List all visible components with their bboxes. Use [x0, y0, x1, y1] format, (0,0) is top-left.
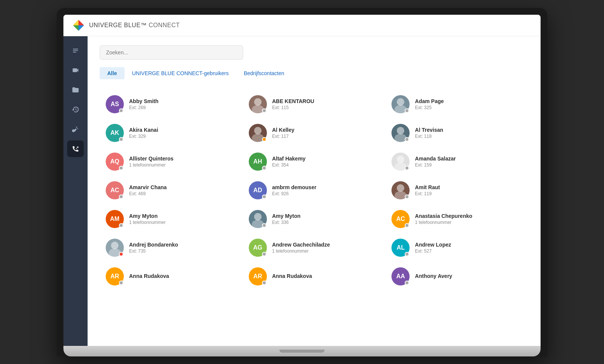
contact-name: Anna Rudakova [272, 273, 380, 279]
contact-name: Andrew Lopez [415, 242, 522, 248]
contact-ext: Ext: 119 [415, 191, 522, 196]
tab-bedrijfscontacten[interactable]: Bedrijfscontacten [236, 67, 292, 79]
contact-ext: Ext: 926 [272, 191, 380, 196]
tab-bar: Alle UNIVERGE BLUE CONNECT-gebruikers Be… [100, 67, 528, 79]
status-dot [405, 252, 409, 256]
contact-info: Abby SmithExt: 269 [129, 98, 237, 110]
tab-gebruikers[interactable]: UNIVERGE BLUE CONNECT-gebruikers [125, 67, 236, 79]
avatar-wrap: AC [106, 181, 124, 199]
contact-ext: Ext: 329 [129, 134, 237, 139]
avatar-wrap: AA [391, 267, 410, 285]
contact-item[interactable]: ACAnastasia Chepurenko1 telefoonnummer [385, 205, 528, 233]
contact-name: Amit Raut [415, 184, 522, 190]
contact-name: ABE KENTAROU [272, 98, 380, 104]
tab-alle[interactable]: Alle [100, 67, 125, 79]
avatar-wrap: AM [106, 210, 124, 228]
contact-item[interactable]: ARAnna Rudakova [100, 262, 243, 291]
contact-item[interactable]: AKAkira KanaiExt: 329 [100, 119, 243, 147]
status-dot [405, 137, 409, 142]
contact-name: Anna Rudakova [129, 273, 237, 279]
contact-item[interactable]: AMAmy Myton1 telefoonnummer [100, 205, 243, 233]
status-dot [262, 194, 267, 199]
status-dot [119, 108, 123, 113]
avatar-wrap [106, 239, 124, 257]
avatar-wrap: AQ [106, 153, 124, 171]
sidebar-item-calls[interactable] [67, 140, 84, 157]
contact-name: Akira Kanai [129, 127, 237, 133]
avatar-wrap: AH [249, 153, 267, 171]
sidebar-item-history[interactable] [67, 101, 84, 118]
sidebar-item-video[interactable] [67, 62, 84, 79]
contact-name: Al Trevisan [415, 127, 522, 133]
contact-item[interactable]: Amy MytonExt: 336 [243, 205, 386, 233]
main-content: Alle UNIVERGE BLUE CONNECT-gebruikers Be… [88, 36, 541, 346]
svg-point-15 [397, 184, 404, 192]
avatar-wrap: AG [249, 239, 267, 257]
contact-item[interactable]: AQAllister Quinteros1 telefoonnummer [100, 147, 243, 176]
contact-item[interactable]: ACAmarvir ChanaExt: 469 [100, 176, 243, 205]
avatar-wrap [249, 210, 267, 228]
contact-info: Amy MytonExt: 336 [272, 213, 380, 225]
svg-point-5 [254, 98, 262, 106]
contact-item[interactable]: Amanda SalazarExt: 159 [385, 147, 528, 176]
contact-info: Adam PageExt: 325 [415, 98, 522, 110]
contact-item[interactable]: ASAbby SmithExt: 269 [100, 90, 243, 119]
status-dot [262, 166, 267, 170]
contact-name: Amarvir Chana [129, 184, 237, 190]
contact-item[interactable]: Al TrevisanExt: 118 [385, 119, 528, 147]
contact-ext: 1 telefoonnummer [415, 220, 522, 225]
status-dot [119, 194, 123, 199]
avatar-wrap: AL [391, 239, 410, 257]
contact-item[interactable]: AHAltaf HakemyExt: 354 [243, 147, 386, 176]
contact-info: Al TrevisanExt: 118 [415, 127, 522, 139]
status-dot [262, 223, 267, 228]
sidebar-item-voicemail[interactable] [67, 121, 84, 137]
contact-info: Anna Rudakova [129, 273, 237, 280]
status-dot [119, 252, 123, 256]
search-input[interactable] [100, 45, 243, 60]
contact-info: ABE KENTAROUExt: 115 [272, 98, 380, 110]
contact-item[interactable]: ABE KENTAROUExt: 115 [243, 90, 386, 119]
contact-item[interactable]: Andrej BondarenkoExt: 735 [100, 233, 243, 262]
contact-name: ambrm demouser [272, 184, 380, 190]
svg-point-7 [397, 98, 404, 106]
avatar-wrap [249, 124, 267, 142]
contact-ext: Ext: 735 [129, 248, 237, 254]
svg-marker-4 [79, 25, 84, 31]
contact-info: Andrew LopezExt: 527 [415, 242, 522, 254]
avatar-wrap: AR [249, 267, 267, 285]
avatar-wrap: AS [106, 95, 124, 113]
avatar-wrap [391, 95, 410, 113]
contact-ext: Ext: 159 [415, 162, 522, 168]
contact-item[interactable]: ARAnna Rudakova [243, 262, 386, 291]
contact-ext: Ext: 527 [415, 248, 522, 254]
contact-info: Amy Myton1 telefoonnummer [129, 213, 237, 225]
avatar-wrap: AR [106, 267, 124, 285]
app-logo [72, 19, 85, 31]
contact-name: Allister Quinteros [129, 156, 237, 162]
avatar-wrap [391, 124, 410, 142]
contact-name: Anthony Avery [415, 273, 522, 279]
contact-ext: Ext: 115 [272, 105, 380, 110]
contact-ext: Ext: 469 [129, 191, 237, 196]
contact-name: Anastasia Chepurenko [415, 213, 522, 219]
contact-item[interactable]: ADambrm demouserExt: 926 [243, 176, 386, 205]
contact-item[interactable]: Amit RautExt: 119 [385, 176, 528, 205]
sidebar-item-chat[interactable] [67, 42, 84, 59]
contact-item[interactable]: AAAnthony Avery [385, 262, 528, 291]
avatar-wrap: AD [249, 181, 267, 199]
contact-name: Andrej Bondarenko [129, 242, 237, 248]
contact-ext: Ext: 336 [272, 220, 380, 225]
contact-item[interactable]: ALAndrew LopezExt: 527 [385, 233, 528, 262]
avatar-wrap: AK [106, 124, 124, 142]
app-title: UNIVERGE BLUE™ CONNECT [89, 22, 180, 29]
svg-point-11 [397, 127, 404, 134]
contact-info: Amanda SalazarExt: 159 [415, 156, 522, 168]
sidebar-item-files[interactable] [67, 82, 84, 98]
contact-item[interactable]: Adam PageExt: 325 [385, 90, 528, 119]
contact-info: Andrej BondarenkoExt: 735 [129, 242, 237, 254]
contact-item[interactable]: Al KelleyExt: 117 [243, 119, 386, 147]
contact-ext: Ext: 118 [415, 134, 522, 139]
contact-info: Altaf HakemyExt: 354 [272, 156, 380, 168]
contact-item[interactable]: AGAndrew Gachechiladze1 telefoonnummer [243, 233, 386, 262]
